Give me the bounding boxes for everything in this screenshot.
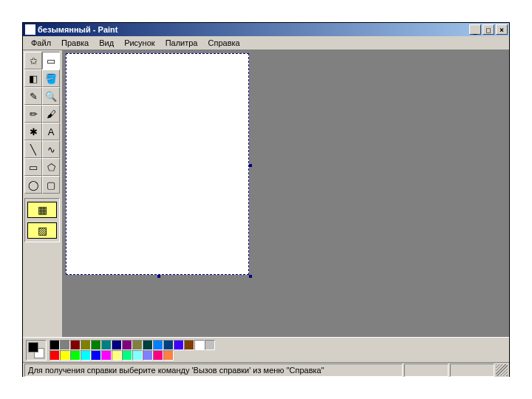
titlebar[interactable]: 🖌 безымянный - Paint _ □ × <box>23 23 509 36</box>
color-swatch[interactable] <box>60 350 70 361</box>
color-swatch[interactable] <box>81 350 91 361</box>
curve-tool[interactable]: ∿ <box>42 140 60 158</box>
color-swatch[interactable] <box>143 350 153 361</box>
fill-tool[interactable]: 🪣 <box>42 69 60 87</box>
current-colors[interactable] <box>26 340 47 361</box>
resize-grip-icon[interactable] <box>496 364 508 376</box>
foreground-color <box>28 342 38 352</box>
minimize-button[interactable]: _ <box>469 24 481 35</box>
app-icon: 🖌 <box>25 24 35 35</box>
color-swatch[interactable] <box>112 350 122 361</box>
statusbar: Для получения справки выберите команду '… <box>23 362 509 377</box>
menu-palette[interactable]: Палитра <box>160 37 203 49</box>
maximize-button[interactable]: □ <box>482 24 494 35</box>
color-swatch[interactable] <box>143 340 153 350</box>
opt-opaque-icon[interactable]: ▦ <box>27 202 57 218</box>
color-swatch[interactable] <box>153 350 163 361</box>
color-swatch[interactable] <box>101 340 112 350</box>
color-palette <box>50 340 215 361</box>
close-button[interactable]: × <box>496 24 508 35</box>
menu-edit[interactable]: Правка <box>56 37 94 49</box>
color-swatch[interactable] <box>70 340 81 350</box>
color-swatch[interactable] <box>122 350 132 361</box>
workarea: ✩▭◧🪣✎🔍✏🖌✱A╲∿▭⬠◯▢ ▦ ▨ <box>23 50 509 337</box>
color-swatch[interactable] <box>101 350 112 361</box>
resize-handle-e[interactable] <box>249 164 252 167</box>
color-swatch[interactable] <box>50 350 60 361</box>
color-box <box>23 337 509 362</box>
color-swatch[interactable] <box>122 340 132 350</box>
status-pos <box>404 364 449 377</box>
airbrush-tool[interactable]: ✱ <box>24 123 42 140</box>
menubar: Файл Правка Вид Рисунок Палитра Справка <box>23 36 509 50</box>
line-tool[interactable]: ╲ <box>24 140 42 158</box>
color-swatch[interactable] <box>81 340 91 350</box>
opt-transparent-icon[interactable]: ▨ <box>27 222 57 239</box>
color-swatch[interactable] <box>70 350 81 361</box>
color-swatch[interactable] <box>163 340 174 350</box>
resize-handle-s[interactable] <box>157 275 160 278</box>
color-swatch[interactable] <box>153 340 163 350</box>
color-swatch[interactable] <box>91 340 101 350</box>
window-title: безымянный - Paint <box>38 25 469 34</box>
status-size <box>450 364 494 377</box>
menu-file[interactable]: Файл <box>26 37 56 49</box>
free-select-tool[interactable]: ✩ <box>24 52 42 69</box>
color-swatch[interactable] <box>50 340 60 350</box>
app-window: 🖌 безымянный - Paint _ □ × Файл Правка В… <box>22 22 510 377</box>
tool-options: ▦ ▨ <box>24 198 60 242</box>
color-swatch[interactable] <box>184 340 194 350</box>
color-swatch[interactable] <box>132 350 143 361</box>
rounded-rect-tool[interactable]: ▢ <box>42 176 60 194</box>
color-swatch[interactable] <box>205 340 215 350</box>
color-swatch[interactable] <box>132 340 143 350</box>
color-swatch[interactable] <box>91 350 101 361</box>
menu-help[interactable]: Справка <box>203 37 245 49</box>
eraser-tool[interactable]: ◧ <box>24 69 42 87</box>
canvas-area[interactable] <box>63 50 509 337</box>
rectangle-tool[interactable]: ▭ <box>24 158 42 176</box>
canvas[interactable] <box>66 53 249 275</box>
brush-tool[interactable]: 🖌 <box>42 105 60 123</box>
color-swatch[interactable] <box>194 340 205 350</box>
rect-select-tool[interactable]: ▭ <box>42 52 60 69</box>
menu-view[interactable]: Вид <box>94 37 119 49</box>
magnifier-tool[interactable]: 🔍 <box>42 87 60 105</box>
pencil-tool[interactable]: ✏ <box>24 105 42 123</box>
color-swatch[interactable] <box>174 340 184 350</box>
color-swatch[interactable] <box>163 350 174 361</box>
ellipse-tool[interactable]: ◯ <box>24 176 42 194</box>
text-tool[interactable]: A <box>42 123 60 140</box>
polygon-tool[interactable]: ⬠ <box>42 158 60 176</box>
resize-handle-se[interactable] <box>249 275 252 278</box>
menu-image[interactable]: Рисунок <box>119 37 160 49</box>
picker-tool[interactable]: ✎ <box>24 87 42 105</box>
status-text: Для получения справки выберите команду '… <box>24 364 403 377</box>
toolbox: ✩▭◧🪣✎🔍✏🖌✱A╲∿▭⬠◯▢ ▦ ▨ <box>23 50 63 337</box>
color-swatch[interactable] <box>60 340 70 350</box>
color-swatch[interactable] <box>112 340 122 350</box>
